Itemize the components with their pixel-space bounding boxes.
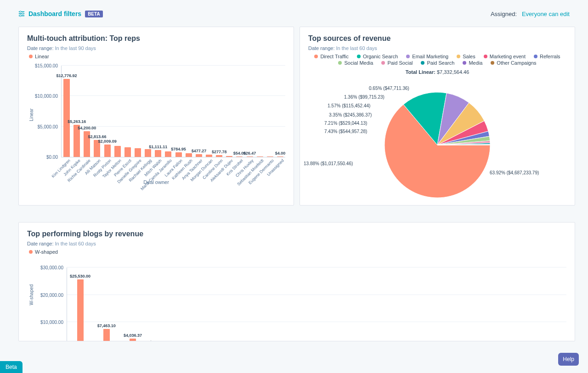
chart-legend: Linear [27, 54, 285, 59]
legend-item[interactable]: Direct Traffic [314, 54, 349, 59]
legend-item[interactable]: Marketing event [484, 54, 526, 59]
beta-badge: BETA [85, 11, 102, 17]
bar-cell[interactable]: Rachael Kellogg [143, 149, 153, 157]
svg-point-5 [20, 15, 22, 17]
assigned-label: Assigned: [491, 11, 517, 17]
legend-item[interactable]: Other Campaigns [491, 60, 536, 66]
legend-item[interactable]: Media [463, 60, 482, 66]
pie-slice-label: 1.36% ($99,715.23) [344, 95, 384, 100]
bar-cell[interactable]: $2,813.66Alli Matson [92, 134, 102, 157]
legend-item[interactable]: Paid Search [421, 60, 454, 66]
bar-cell[interactable]: Morgan Duncan [204, 155, 214, 157]
svg-point-4 [22, 13, 24, 15]
bar-cell[interactable]: $277.78Caroline Dunn [214, 150, 224, 157]
legend-item[interactable]: Sales [457, 54, 475, 59]
bar-cell[interactable]: Maria Camila Jaramillo [163, 151, 173, 157]
bar-cell[interactable]: $7,463.10 [93, 323, 119, 341]
bar-cell[interactable]: $477.27Anya Taschner [194, 149, 204, 157]
bar-cell[interactable]: $12,776.92Kim Lindgren [62, 73, 72, 157]
bar-chart: $10,000.00$20,000.00$30,000.00 $25,530.0… [67, 267, 566, 341]
pie-slice-label: 7.21% ($529,044.13) [324, 121, 367, 126]
legend-item[interactable]: Email Marketing [406, 54, 448, 59]
bar-cell[interactable]: Kathleen Rush [184, 153, 194, 157]
chart-legend: Direct TrafficOrganic SearchEmail Market… [308, 54, 566, 66]
bar-cell[interactable]: $2,009.09Rusty Pixton [102, 139, 113, 157]
card-top-blogs: Top performing blogs by revenue Date ran… [18, 222, 575, 341]
legend-item[interactable]: Referrals [534, 54, 560, 59]
card-title: Top sources of revenue [308, 34, 566, 43]
bar-cell[interactable]: $1,207.82 [172, 341, 198, 341]
bar-cell[interactable]: $4,036.37 [119, 333, 146, 341]
legend-item[interactable]: Organic Search [357, 54, 398, 59]
bar-cell[interactable]: $1,500.00 [146, 340, 172, 341]
date-range: Date range: In the last 90 days [27, 45, 285, 51]
pie-slice-label: 0.65% ($47,711.36) [369, 86, 409, 91]
bar-chart: $0.00$5,000.00$10,000.00$15,000.00 $12,7… [61, 66, 285, 157]
pie-slice-label: 3.35% ($245,386.37) [329, 112, 372, 117]
bar-cell[interactable]: $25,530.00 [67, 274, 93, 341]
card-title: Top performing blogs by revenue [27, 230, 566, 238]
legend-item[interactable]: Paid Social [381, 60, 413, 66]
dashboard-filters-link[interactable]: Dashboard filters [28, 10, 81, 17]
bar-cell[interactable]: $4,200.00Richie Cardinale [82, 126, 92, 157]
card-title: Multi-touch attribution: Top reps [27, 34, 285, 43]
date-range: Date range: In the last 60 days [308, 45, 566, 51]
bar-cell[interactable]: $5,263.16John Kopke [72, 119, 82, 157]
filters-icon [18, 11, 25, 17]
dashboard-header: Dashboard filters BETA Assigned: Everyon… [0, 0, 588, 27]
bar-cell[interactable]: $26.47Chris Huxley [245, 151, 255, 157]
card-revenue-sources: Top sources of revenue Date range: In th… [300, 27, 575, 206]
assigned-value-link[interactable]: Everyone can edit [522, 11, 570, 17]
bar-cell[interactable]: Pierre Escot [123, 147, 133, 157]
bar-cell[interactable]: Danielle Gregoire [133, 148, 143, 157]
chart-legend: W-shaped [27, 249, 566, 255]
legend-item[interactable]: Social Media [338, 60, 373, 66]
bar-cell[interactable]: Taylor Melton [113, 146, 123, 157]
bar-cell[interactable]: Aleksandr Dujev [224, 156, 234, 157]
pie-slice-label: 7.43% ($544,957.28) [324, 129, 367, 134]
pie-chart: 63.92% ($4,687,233.79)13.88% ($1,017,550… [308, 78, 566, 198]
bar-cell[interactable]: Eugene Dermanto [265, 156, 275, 157]
pie-slice-label: 13.88% ($1,017,550.46) [304, 161, 353, 166]
date-range: Date range: In the last 60 days [27, 241, 566, 246]
bar-cell[interactable]: $1,111.11Mitch Walsh [153, 145, 163, 157]
pie-slice-label: 63.92% ($4,687,233.79) [490, 170, 539, 175]
pie-total: Total Linear: $7,332,564.46 [308, 69, 566, 75]
x-axis-label: Deal owner [27, 179, 285, 185]
bar-cell[interactable]: $4.00Unassigned [275, 151, 285, 157]
card-top-reps: Multi-touch attribution: Top reps Date r… [18, 27, 294, 206]
svg-point-3 [20, 11, 22, 13]
bar-cell[interactable]: Sebastian Moefeldt [255, 156, 265, 157]
pie-slice-label: 1.57% ($115,452.44) [328, 103, 370, 108]
bar-cell[interactable]: $784.95Laura Fallon [174, 147, 184, 157]
